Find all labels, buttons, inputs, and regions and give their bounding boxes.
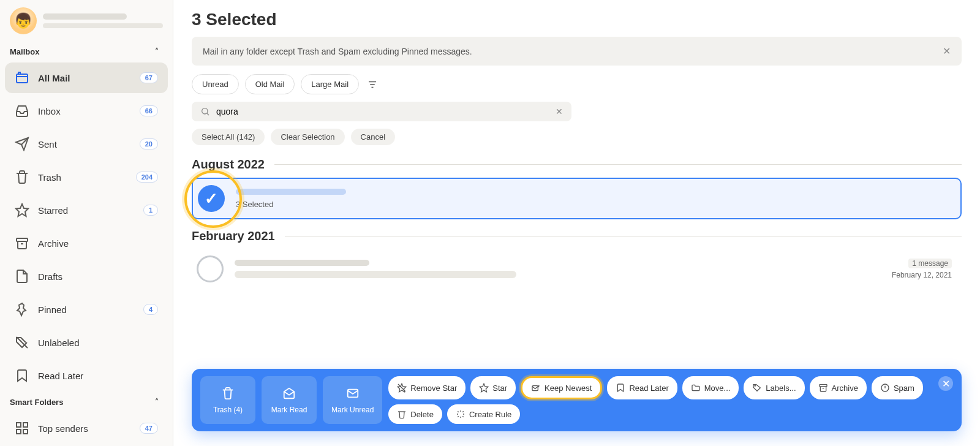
close-icon[interactable]: ✕ xyxy=(943,45,951,57)
pin-icon xyxy=(15,302,29,317)
sidebar-item-pinned[interactable]: Pinned 4 xyxy=(5,294,168,325)
section-smart-folders[interactable]: Smart Folders ˄ xyxy=(0,392,173,412)
svg-rect-7 xyxy=(23,429,28,434)
inbox-icon xyxy=(15,104,29,118)
action-delete[interactable]: Delete xyxy=(388,404,442,424)
bookmark-icon xyxy=(616,383,625,393)
section-label: Smart Folders xyxy=(10,398,63,407)
filter-old-mail[interactable]: Old Mail xyxy=(245,74,295,94)
message-group-selected[interactable]: 3 Selected xyxy=(192,178,962,219)
group-header-february: February 2021 xyxy=(192,229,962,243)
section-mailbox[interactable]: Mailbox ˄ xyxy=(0,42,173,61)
count-badge: 1 xyxy=(143,205,158,216)
clear-search-icon[interactable]: ✕ xyxy=(556,107,563,116)
svg-rect-3 xyxy=(17,238,28,241)
message-row[interactable]: 1 message February 12, 2021 xyxy=(192,249,962,289)
svg-point-13 xyxy=(755,385,755,386)
account-header[interactable]: 👦 xyxy=(0,0,173,42)
count-badge: 204 xyxy=(136,172,158,183)
selection-checkbox-checked[interactable] xyxy=(198,185,225,212)
sidebar-item-label: All Mail xyxy=(38,73,131,83)
message-preview: 3 Selected xyxy=(236,189,951,209)
sidebar-item-archive[interactable]: Archive xyxy=(5,228,168,259)
action-bar-close[interactable]: ✕ xyxy=(938,376,953,391)
action-create-rule[interactable]: Create Rule xyxy=(447,404,520,424)
selection-actions: Select All (142) Clear Selection Cancel xyxy=(192,129,962,145)
clear-selection-button[interactable]: Clear Selection xyxy=(271,129,344,145)
group-header-august: August 2022 xyxy=(192,157,962,172)
svg-rect-0 xyxy=(17,74,28,83)
star-icon xyxy=(15,203,29,217)
filter-large-mail[interactable]: Large Mail xyxy=(301,74,359,94)
avatar: 👦 xyxy=(10,7,37,34)
sidebar-item-label: Starred xyxy=(38,205,135,216)
cancel-button[interactable]: Cancel xyxy=(351,129,395,145)
sidebar-item-label: Sent xyxy=(38,139,131,149)
filter-unread[interactable]: Unread xyxy=(192,74,239,94)
svg-rect-14 xyxy=(820,385,827,387)
search-icon xyxy=(200,107,210,116)
count-badge: 47 xyxy=(140,423,158,434)
svg-rect-4 xyxy=(17,423,21,427)
info-text: Mail in any folder except Trash and Spam… xyxy=(203,47,472,56)
action-label: Mark Unread xyxy=(331,406,374,414)
mail-open-icon xyxy=(282,387,296,403)
page-title: 3 Selected xyxy=(192,10,962,29)
chip-label: Spam xyxy=(894,384,914,393)
sidebar-item-label: Inbox xyxy=(38,106,131,116)
action-label: Mark Read xyxy=(271,406,307,414)
svg-marker-11 xyxy=(480,384,488,391)
sidebar-item-inbox[interactable]: Inbox 66 xyxy=(5,96,168,126)
action-move[interactable]: Move... xyxy=(682,376,739,399)
star-icon xyxy=(479,383,489,393)
sidebar-item-starred[interactable]: Starred 1 xyxy=(5,195,168,225)
document-icon xyxy=(15,269,29,284)
alert-icon xyxy=(880,383,890,393)
chip-label: Delete xyxy=(410,410,434,419)
action-bar: Trash (4) Mark Read Mark Unread Remove S… xyxy=(192,369,962,431)
action-archive[interactable]: Archive xyxy=(810,376,867,399)
trash-icon xyxy=(221,387,235,403)
trash-icon xyxy=(15,170,29,184)
action-labels[interactable]: Labels... xyxy=(744,376,804,399)
chip-label: Remove Star xyxy=(410,384,457,393)
message-meta: 1 message February 12, 2021 xyxy=(892,259,952,279)
send-icon xyxy=(15,137,29,151)
action-read-later[interactable]: Read Later xyxy=(607,376,677,399)
count-badge: 20 xyxy=(140,138,158,149)
sidebar-item-trash[interactable]: Trash 204 xyxy=(5,162,168,192)
action-spam[interactable]: Spam xyxy=(872,376,923,399)
svg-rect-6 xyxy=(17,429,21,434)
sidebar-item-label: Archive xyxy=(38,238,158,249)
trash-icon xyxy=(397,409,407,419)
chip-label: Create Rule xyxy=(469,410,511,419)
sidebar-item-top-senders[interactable]: Top senders 47 xyxy=(5,413,168,444)
action-remove-star[interactable]: Remove Star xyxy=(388,376,466,399)
action-star[interactable]: Star xyxy=(470,376,516,399)
sidebar-item-read-later[interactable]: Read Later xyxy=(5,360,168,391)
svg-rect-5 xyxy=(23,423,28,427)
sidebar-item-drafts[interactable]: Drafts xyxy=(5,261,168,292)
search-bar[interactable]: ✕ xyxy=(192,102,571,121)
svg-point-8 xyxy=(202,108,208,114)
sidebar-item-label: Pinned xyxy=(38,304,135,315)
sidebar-item-label: Top senders xyxy=(38,423,131,434)
action-keep-newest[interactable]: Keep Newest xyxy=(521,376,602,399)
action-mark-unread[interactable]: Mark Unread xyxy=(323,376,382,424)
search-input[interactable] xyxy=(216,107,556,116)
select-all-button[interactable]: Select All (142) xyxy=(192,129,265,145)
count-badge: 66 xyxy=(140,105,158,116)
bookmark-icon xyxy=(15,368,29,383)
info-banner: Mail in any folder except Trash and Spam… xyxy=(192,37,962,66)
selection-checkbox-unchecked[interactable] xyxy=(197,255,224,282)
chip-label: Read Later xyxy=(629,384,668,393)
action-trash[interactable]: Trash (4) xyxy=(200,376,255,424)
count-badge: 67 xyxy=(140,72,158,83)
action-mark-read[interactable]: Mark Read xyxy=(262,376,317,424)
sidebar-item-label: Drafts xyxy=(38,271,158,282)
archive-icon xyxy=(15,236,29,251)
sidebar-item-unlabeled[interactable]: Unlabeled xyxy=(5,327,168,358)
filter-settings-icon[interactable] xyxy=(365,77,380,92)
sidebar-item-all-mail[interactable]: All Mail 67 xyxy=(5,62,168,93)
sidebar-item-sent[interactable]: Sent 20 xyxy=(5,129,168,159)
